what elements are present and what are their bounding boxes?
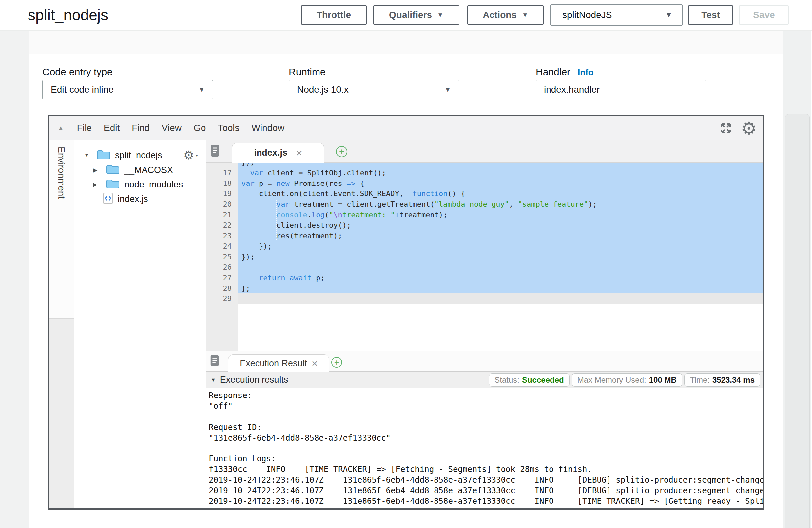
line-number: 27 — [206, 273, 238, 283]
caret-right-icon[interactable]: ▶ — [91, 181, 106, 188]
tab-list-icon[interactable] — [209, 354, 220, 368]
code-token: p; — [311, 274, 325, 282]
line-number: 23 — [206, 231, 238, 241]
indent-guide — [276, 199, 277, 241]
code-token: , — [509, 200, 518, 208]
log-line: 2019-10-24T22:23:46.107Z 131e865f-6eb4-4… — [209, 475, 763, 486]
code-line: 28}; — [206, 283, 763, 294]
badge-status: Status:Succeeded — [489, 373, 569, 386]
code-line: 20 var treatment = client.getTreatment("… — [206, 199, 763, 210]
line-number: 21 — [206, 210, 238, 220]
scrollbar-track-edge — [811, 30, 812, 528]
code-token: var — [250, 168, 263, 177]
test-button[interactable]: Test — [688, 5, 733, 25]
throttle-button[interactable]: Throttle — [301, 5, 366, 25]
code-token: client.on(client.Event.SDK_READY, — [241, 189, 412, 198]
fullscreen-icon[interactable] — [719, 121, 733, 135]
menu-view[interactable]: View — [156, 122, 188, 133]
handler-label-text: Handler — [536, 66, 570, 77]
code-token: . — [307, 211, 311, 219]
new-tab-icon[interactable]: + — [336, 146, 347, 157]
menubar-collapse-icon[interactable]: ▲ — [58, 124, 64, 131]
code-token: }); — [241, 242, 272, 250]
code-token: client.destroy(); — [241, 221, 351, 229]
save-button-label: Save — [753, 10, 774, 20]
menu-find[interactable]: Find — [126, 122, 156, 133]
close-icon[interactable]: × — [296, 148, 302, 158]
log-line: "131e865f-6eb4-4dd8-858e-a37ef13330cc" — [209, 433, 763, 443]
tree-item-__macosx[interactable]: ▶__MACOSX — [74, 164, 206, 176]
handler-info-link[interactable]: Info — [578, 67, 594, 77]
code-line: 22 client.destroy(); — [206, 220, 763, 231]
log-line: Response: — [209, 391, 763, 401]
page-scrollbar[interactable] — [785, 114, 810, 528]
code-token: = — [268, 179, 272, 188]
menu-window[interactable]: Window — [246, 122, 291, 133]
tree-item-split_nodejs[interactable]: ▼split_nodejs⚙▾ — [74, 149, 206, 162]
menu-go[interactable]: Go — [188, 122, 212, 133]
qualifiers-button[interactable]: Qualifiers ▼ — [373, 5, 459, 25]
handler-input[interactable]: index.handler — [536, 80, 706, 99]
actions-button-label: Actions — [482, 10, 517, 20]
tab-list-icon[interactable] — [209, 144, 221, 159]
actions-button[interactable]: Actions ▼ — [467, 5, 543, 25]
code-line-text: res(treatment); — [238, 231, 763, 241]
tree-item-label: split_nodejs — [115, 150, 162, 161]
throttle-button-label: Throttle — [317, 10, 351, 20]
code-token: new — [276, 179, 290, 188]
code-line: 29 — [206, 293, 763, 304]
log-line: 2019-10-24T22:23:46.107Z 131e865f-6eb4-4… — [209, 486, 763, 496]
code-token: Promise(res — [290, 179, 347, 188]
code-token: var — [241, 179, 255, 188]
code-line: 21 console.log("\ntreatment: "+treatment… — [206, 210, 763, 220]
code-line-text: client.destroy(); — [238, 220, 763, 231]
tree-item-node_modules[interactable]: ▶node_modules — [74, 178, 206, 191]
code-entry-type-value: Edit code inline — [51, 85, 114, 95]
save-button[interactable]: Save — [739, 5, 789, 25]
info-link[interactable]: Info — [128, 30, 146, 33]
code-line-text: console.log("\ntreatment: "+treatment); — [238, 210, 763, 220]
line-number: 18 — [206, 178, 238, 189]
code-token — [241, 274, 259, 282]
tree-item-index.js[interactable]: index.js — [74, 193, 206, 205]
code-line-text — [238, 262, 763, 273]
code-token: console — [276, 211, 307, 219]
function-version-select[interactable]: splitNodeJS ▼ — [550, 4, 683, 26]
folder-icon — [97, 149, 110, 162]
caret-down-icon[interactable]: ▼ — [82, 152, 97, 159]
code-editor[interactable]: });17 var client = SplitObj.client();18v… — [206, 163, 763, 351]
chevron-down-icon: ▼ — [198, 86, 205, 94]
code-token: res(treatment); — [241, 232, 342, 240]
badge-label: Time: — [690, 375, 710, 384]
menu-tools[interactable]: Tools — [212, 122, 245, 133]
code-token: p — [255, 179, 268, 188]
badge-value: Succeeded — [522, 375, 564, 384]
tab-index-js[interactable]: index.js × — [232, 143, 324, 163]
badge-value: 100 MB — [649, 375, 677, 384]
code-lines: });17 var client = SplitObj.client();18v… — [206, 163, 763, 304]
editor-settings-gear-icon[interactable]: ⚙ — [741, 119, 757, 137]
line-number: 19 — [206, 189, 238, 199]
code-token: ); — [588, 200, 597, 208]
menu-file[interactable]: File — [71, 122, 98, 133]
collapse-caret-icon[interactable]: ▼ — [211, 377, 216, 383]
tree-item-label: node_modules — [124, 179, 183, 190]
new-tab-icon[interactable]: + — [331, 357, 342, 368]
menu-edit[interactable]: Edit — [98, 122, 126, 133]
badge-time: Time:3523.34 ms — [684, 373, 760, 386]
execution-output[interactable]: Response:"off" Request ID:"131e865f-6eb4… — [206, 388, 763, 509]
code-entry-type-select[interactable]: Edit code inline ▼ — [42, 80, 213, 99]
tab-execution-result[interactable]: Execution Result × — [228, 354, 330, 372]
code-line-text: }); — [238, 163, 763, 167]
log-line: 2019-10-24T22:23:46.107Z 131e865f-6eb4-4… — [209, 496, 763, 507]
caret-right-icon[interactable]: ▶ — [91, 166, 106, 174]
runtime-select[interactable]: Node.js 10.x ▼ — [289, 80, 459, 99]
line-number: 28 — [206, 283, 238, 294]
code-token: treatment); — [400, 211, 448, 219]
console-tabbar: Execution Result × + — [206, 351, 763, 372]
tree-settings-gear-icon[interactable]: ⚙▾ — [183, 149, 198, 161]
code-token: var — [276, 200, 290, 208]
editor-tabbar: index.js × + — [206, 140, 763, 163]
code-line: 23 res(treatment); — [206, 231, 763, 241]
close-icon[interactable]: × — [311, 358, 318, 369]
